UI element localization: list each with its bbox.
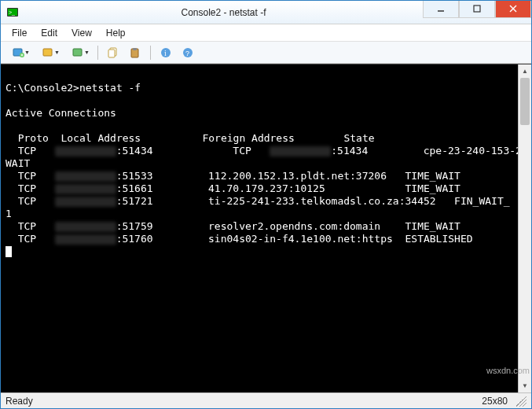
close-button[interactable]: [495, 1, 531, 18]
chevron-down-icon: ▼: [54, 50, 60, 55]
status-ready: Ready: [6, 396, 33, 407]
scroll-thumb[interactable]: [520, 78, 530, 125]
statusbar: Ready 25x80: [1, 392, 531, 408]
svg-rect-12: [73, 49, 82, 56]
toolbar-separator: [97, 46, 98, 60]
chevron-down-icon: ▼: [84, 50, 90, 55]
maximize-button[interactable]: [459, 1, 495, 18]
titlebar: >_ Console2 - netstat -f: [1, 1, 531, 24]
status-dimensions: 25x80: [482, 396, 515, 407]
app-icon: >_: [1, 6, 24, 19]
redacted-local-address: [55, 234, 116, 245]
svg-text:i: i: [164, 49, 167, 57]
svg-rect-14: [108, 50, 115, 57]
menu-edit[interactable]: Edit: [35, 26, 64, 40]
menu-view[interactable]: View: [65, 26, 98, 40]
terminal-area: C:\Console2>netstat -f Active Connection…: [1, 64, 531, 392]
minimize-button[interactable]: [423, 1, 459, 18]
menu-file[interactable]: File: [6, 26, 33, 40]
copy-button[interactable]: [104, 44, 123, 61]
window-title: Console2 - netstat -f: [24, 7, 423, 18]
scroll-up-arrow[interactable]: ▲: [519, 64, 531, 78]
redacted-local-address: [55, 222, 116, 232]
settings-dropdown-button[interactable]: ▼: [65, 44, 92, 61]
help-button[interactable]: ?: [178, 44, 197, 61]
menubar: File Edit View Help: [1, 24, 531, 42]
svg-rect-16: [133, 48, 137, 50]
terminal-output[interactable]: C:\Console2>netstat -f Active Connection…: [1, 64, 531, 263]
redacted-local-address: [55, 171, 116, 182]
chevron-down-icon: ▼: [24, 50, 30, 55]
menu-help[interactable]: Help: [100, 26, 132, 40]
new-tab-button[interactable]: ▼: [6, 44, 32, 61]
redacted-local-address: [55, 197, 116, 207]
svg-rect-4: [474, 6, 480, 12]
redacted-local-address: [55, 146, 116, 157]
svg-text:?: ?: [185, 50, 189, 57]
toolbar-separator: [150, 46, 151, 60]
redacted-local-address: [270, 146, 331, 157]
info-button[interactable]: i: [156, 44, 175, 61]
paste-button[interactable]: [126, 44, 145, 61]
scroll-down-arrow[interactable]: ▼: [519, 379, 531, 392]
resize-grip-icon[interactable]: [515, 396, 526, 407]
svg-rect-11: [43, 49, 52, 56]
open-button[interactable]: ▼: [35, 44, 62, 61]
window-controls: [423, 1, 531, 18]
redacted-local-address: [55, 184, 116, 194]
toolbar: ▼ ▼ ▼ i ?: [1, 42, 531, 64]
svg-text:>_: >_: [9, 9, 15, 16]
vertical-scrollbar[interactable]: ▲ ▼: [518, 64, 531, 392]
cursor: [6, 246, 12, 257]
